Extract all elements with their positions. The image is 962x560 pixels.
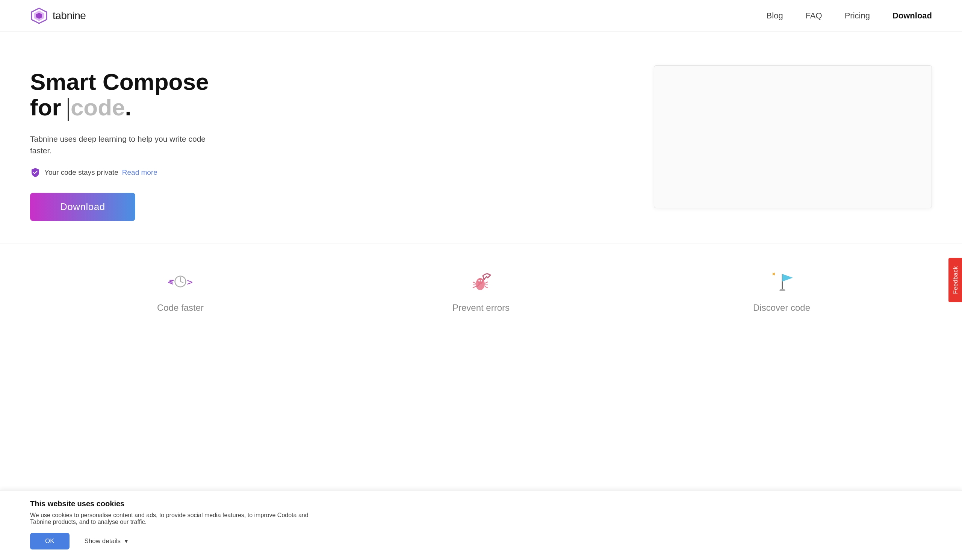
svg-text:<: < <box>168 276 173 287</box>
svg-point-13 <box>481 280 482 281</box>
privacy-text: Your code stays private <box>44 168 118 177</box>
nav-download[interactable]: Download <box>893 11 932 20</box>
prevent-errors-icon <box>466 266 496 297</box>
feedback-button[interactable]: Feedback <box>949 258 962 302</box>
svg-point-11 <box>477 278 483 284</box>
features-section: < > Code faster <box>0 244 962 328</box>
code-faster-icon: < > <box>165 266 195 297</box>
svg-line-7 <box>180 281 183 282</box>
nav-blog[interactable]: Blog <box>767 11 783 20</box>
shield-icon <box>30 167 40 178</box>
hero-title-line1: Smart Compose <box>30 69 208 95</box>
logo-icon <box>30 7 48 25</box>
hero-subtitle: Tabnine uses deep learning to help you w… <box>30 133 210 157</box>
navbar: tabnine Blog FAQ Pricing Download <box>0 0 962 32</box>
read-more-link[interactable]: Read more <box>122 168 157 177</box>
svg-marker-21 <box>782 274 793 281</box>
svg-line-14 <box>473 282 476 283</box>
hero-title-for: for <box>30 94 68 120</box>
feedback-wrapper: Feedback <box>949 258 962 302</box>
nav-links: Blog FAQ Pricing Download <box>767 11 932 21</box>
logo-link[interactable]: tabnine <box>30 7 86 25</box>
feature-code-faster: < > Code faster <box>30 259 331 321</box>
svg-text:>: > <box>187 276 193 287</box>
hero-title: Smart Compose for code. <box>30 69 210 121</box>
discover-code-icon <box>767 266 797 297</box>
feature-prevent-errors: Prevent errors <box>331 259 631 321</box>
nav-faq[interactable]: FAQ <box>805 11 822 20</box>
feature-code-faster-label: Code faster <box>157 303 204 313</box>
hero-code-word: code <box>71 94 125 120</box>
nav-pricing[interactable]: Pricing <box>845 11 870 20</box>
feature-discover-code-label: Discover code <box>753 303 810 313</box>
hero-left: Smart Compose for code. Tabnine uses dee… <box>30 61 210 221</box>
hero-section: Smart Compose for code. Tabnine uses dee… <box>0 32 962 244</box>
svg-line-19 <box>485 286 488 288</box>
svg-point-22 <box>780 289 785 291</box>
logo-text: tabnine <box>53 10 86 22</box>
privacy-line: Your code stays private Read more <box>30 167 210 178</box>
svg-line-16 <box>473 286 476 288</box>
svg-point-12 <box>478 280 480 281</box>
hero-download-button[interactable]: Download <box>30 193 135 221</box>
hero-title-dot: . <box>125 94 132 120</box>
cursor-icon <box>68 98 69 121</box>
svg-line-17 <box>485 282 488 283</box>
hero-demo-area <box>654 65 932 208</box>
feature-discover-code: Discover code <box>631 259 932 321</box>
feature-prevent-errors-label: Prevent errors <box>452 303 510 313</box>
